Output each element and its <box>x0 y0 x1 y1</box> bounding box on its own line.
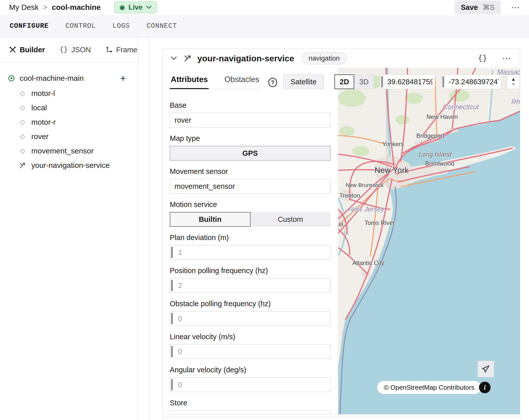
field-linear-velocity: Linear velocity (m/s) <box>170 333 330 359</box>
field-map-type: Map type GPS <box>170 134 330 161</box>
satellite-toggle-button[interactable]: Satellite <box>283 74 324 89</box>
input-accent-bar <box>171 280 173 291</box>
obstacle-polling-input[interactable] <box>170 311 330 326</box>
info-icon[interactable]: i <box>479 382 491 393</box>
motion-custom-button[interactable]: Custom <box>251 212 331 227</box>
tree-item-movement-sensor[interactable]: ◇ movement_sensor <box>8 144 127 158</box>
tree-item-motor-r[interactable]: ◇ motor-r <box>8 115 127 129</box>
latitude-field <box>380 74 435 89</box>
tree-item-navigation-service[interactable]: your-navigation-service <box>8 158 127 172</box>
tab-obstacles[interactable]: Obstacles <box>223 72 260 89</box>
live-status-badge[interactable]: ◉ Live <box>114 2 157 13</box>
more-menu-button[interactable]: ⋯ <box>510 2 521 12</box>
tree-item-motor-l[interactable]: ◇ motor-l <box>8 86 127 100</box>
map-label-toms-river: Toms River <box>365 219 395 226</box>
plan-deviation-input[interactable] <box>170 245 330 260</box>
input-accent-bar <box>171 313 173 324</box>
card-menu-button[interactable]: ⋯ <box>501 53 512 64</box>
add-component-button[interactable]: + <box>119 73 127 83</box>
attributes-form: Base Map type GPS Movement sensor Motion… <box>163 68 330 414</box>
map-label-new-haven: New Haven <box>426 113 458 120</box>
longitude-input[interactable] <box>441 74 501 89</box>
field-label: Obstacle polling frequency (hz) <box>170 300 330 308</box>
header-actions: Save ⌘S ⋯ <box>455 1 521 14</box>
position-polling-input[interactable] <box>170 278 330 293</box>
motion-builtin-button[interactable]: Builtin <box>170 212 251 227</box>
breadcrumb-root[interactable]: My Desk <box>9 3 39 12</box>
view-2d-button[interactable]: 2D <box>334 74 354 89</box>
mode-builder-label: Builder <box>20 46 45 54</box>
navigation-arrow-icon <box>482 365 490 373</box>
component-diamond-icon: ◇ <box>19 104 26 112</box>
component-diamond-icon: ◇ <box>19 147 26 155</box>
map-label-connecticut: Connecticut <box>443 103 479 111</box>
map-label-long-island: Long Island <box>419 151 451 158</box>
base-input[interactable] <box>170 113 330 127</box>
field-store: Store <box>170 399 330 414</box>
card-title: your-navigation-service <box>197 54 294 63</box>
field-label: Plan deviation (m) <box>170 233 330 242</box>
tree-item-label: your-navigation-service <box>31 161 110 170</box>
locate-button[interactable] <box>477 361 494 377</box>
field-label: Map type <box>170 134 330 143</box>
field-motion-service: Motion service Builtin Custom <box>170 200 330 227</box>
map-type-gps-button[interactable]: GPS <box>170 146 330 161</box>
navigation-service-card: your-navigation-service navigation {} ⋯ … <box>163 48 520 414</box>
tab-attributes[interactable]: Attributes <box>170 72 209 89</box>
field-label: Linear velocity (m/s) <box>170 333 330 341</box>
tab-connect[interactable]: CONNECT <box>147 22 177 30</box>
tree-item-local[interactable]: ◇ local <box>8 100 127 115</box>
machine-tree: cool-machine-main + ◇ motor-l ◇ local ◇ … <box>0 62 137 172</box>
field-base: Base <box>170 101 330 127</box>
component-diamond-icon: ◇ <box>19 118 26 126</box>
tree-item-label: rover <box>31 132 49 141</box>
card-toolbar: Attributes Obstacles ? Satellite 2D 3D <box>163 72 520 89</box>
navigation-service-icon <box>19 162 26 169</box>
tab-configure[interactable]: CONFIGURE <box>10 22 49 30</box>
tab-logs[interactable]: LOGS <box>112 22 130 30</box>
breadcrumb-separator-icon: > <box>43 3 47 11</box>
field-movement-sensor: Movement sensor <box>170 167 330 194</box>
panel-divider <box>138 37 149 420</box>
help-icon[interactable]: ? <box>268 78 277 87</box>
tree-item-label: motor-l <box>31 89 55 98</box>
machine-part-icon <box>8 74 15 82</box>
view-dimension-switch: 2D 3D <box>334 74 374 89</box>
field-label: Base <box>170 101 330 110</box>
component-diamond-icon: ◇ <box>19 89 26 97</box>
card-body: Attributes Obstacles ? Satellite 2D 3D <box>163 68 520 414</box>
view-3d-button[interactable]: 3D <box>354 74 374 89</box>
collapse-chevron-icon[interactable] <box>171 56 177 61</box>
save-button[interactable]: Save ⌘S <box>455 1 501 14</box>
field-label: Movement sensor <box>170 167 330 176</box>
step-up-icon[interactable]: ▲ <box>511 77 516 82</box>
tree-item-label: motor-r <box>31 118 56 126</box>
field-label: Motion service <box>170 200 330 209</box>
mode-frame-label: Frame <box>116 46 137 54</box>
mode-builder[interactable]: Builder <box>9 46 45 54</box>
longitude-field <box>441 74 501 89</box>
mode-json[interactable]: {} JSON <box>60 46 91 54</box>
movement-sensor-input[interactable] <box>170 179 330 194</box>
json-braces-icon: {} <box>60 46 68 54</box>
navigation-service-icon <box>184 54 192 62</box>
input-accent-bar <box>171 379 173 390</box>
step-down-icon[interactable]: ▼ <box>511 82 516 87</box>
linear-velocity-input[interactable] <box>170 344 330 359</box>
latitude-input[interactable] <box>380 74 435 89</box>
angular-velocity-input[interactable] <box>170 377 330 392</box>
field-label: Angular velocity (deg/s) <box>170 366 330 374</box>
tree-root-row[interactable]: cool-machine-main + <box>8 70 127 86</box>
app-header: My Desk > cool-machine ◉ Live Save ⌘S ⋯ <box>0 0 529 15</box>
field-label: Store <box>170 399 330 407</box>
attribution-text[interactable]: © OpenStreetMap Contributors <box>377 381 481 394</box>
tab-control[interactable]: CONTROL <box>65 22 96 30</box>
config-main: your-navigation-service navigation {} ⋯ … <box>149 37 529 420</box>
store-input[interactable] <box>170 410 330 414</box>
map-canvas[interactable]: Massach Rhod Connecticut New Haven Bridg… <box>338 68 520 414</box>
tree-item-rover[interactable]: ◇ rover <box>8 129 127 144</box>
json-view-button[interactable]: {} <box>476 54 489 63</box>
primary-nav: CONFIGURE CONTROL LOGS CONNECT <box>0 15 529 37</box>
tree-item-label: local <box>31 103 47 112</box>
mode-frame[interactable]: Frame <box>106 46 137 54</box>
